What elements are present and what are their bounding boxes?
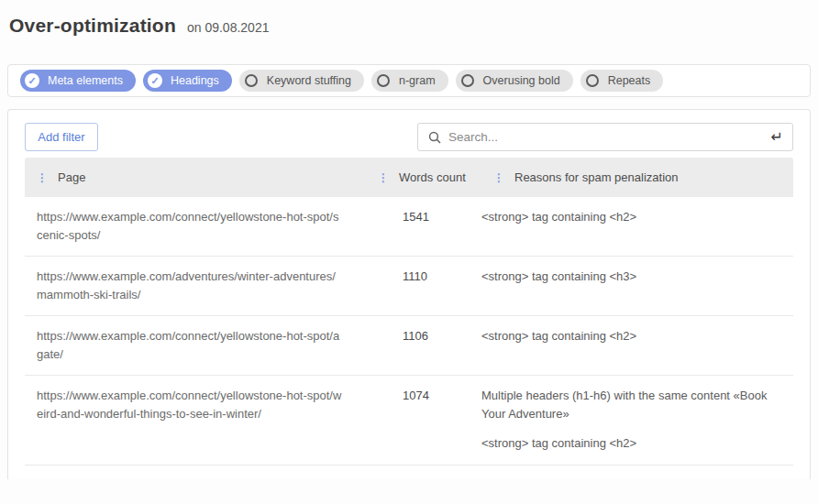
column-label: Reasons for spam penalization	[514, 170, 679, 184]
column-label: Page	[58, 170, 85, 184]
filter-chip-repeats[interactable]: Repeats	[580, 70, 664, 92]
filter-chip-label: Headings	[171, 74, 219, 87]
table-toolbar: Add filter ↵	[25, 123, 793, 151]
checked-circle-icon: ✓	[25, 73, 39, 88]
checked-circle-icon: ✓	[148, 73, 162, 88]
table-header: ⋮ Page ⋮ Words count ⋮ Reasons for spam …	[25, 158, 793, 197]
report-card: Add filter ↵ ⋮ Page ⋮ Words count ⋮ Reas…	[7, 109, 811, 479]
page-url-cell: https://www.example.com/connect/yellowst…	[25, 327, 366, 363]
table-row: https://www.example.com/connect/yellowst…	[25, 376, 793, 466]
column-header-reasons: ⋮ Reasons for spam penalization	[481, 170, 793, 184]
table-row: https://www.example.com/connect/yellowst…	[25, 197, 793, 257]
page-title: Over-optimization	[9, 15, 176, 37]
table-row: https://www.example.com/connect/yellowst…	[25, 316, 793, 376]
page-url-cell: https://www.example.com/connect/yellowst…	[25, 387, 366, 453]
column-header-page: ⋮ Page	[25, 170, 366, 184]
words-count-cell: 1110	[366, 268, 481, 303]
table-row: https://www.example.com/adventures/winte…	[25, 257, 793, 316]
reasons-cell: <strong> tag containing <h2>	[481, 327, 793, 363]
filter-chip-overusing-bold[interactable]: Overusing bold	[456, 70, 573, 92]
column-menu-icon[interactable]: ⋮	[493, 172, 504, 183]
reason-text: <strong> tag containing <h3>	[481, 268, 780, 286]
filter-chip-keyword-stuffing[interactable]: Keyword stuffing	[239, 70, 364, 92]
add-filter-button[interactable]: Add filter	[25, 123, 98, 151]
filter-chip-label: Overusing bold	[483, 74, 560, 87]
radio-circle-icon	[461, 74, 474, 87]
table-body: https://www.example.com/connect/yellowst…	[25, 197, 793, 479]
reason-text: <strong> tag containing <h2>	[481, 477, 780, 480]
table-row: https://www.example.com/connect/yellowst…	[25, 466, 793, 480]
reason-text: <strong> tag containing <h2>	[481, 434, 780, 453]
column-label: Words count	[399, 170, 466, 184]
radio-circle-icon	[586, 74, 599, 87]
reasons-cell: <strong> tag containing <h2>	[481, 208, 793, 244]
page-header: Over-optimization on 09.08.2021	[0, 0, 818, 37]
enter-key-icon[interactable]: ↵	[771, 130, 783, 145]
filter-chips: ✓Meta elements✓HeadingsKeyword stuffingn…	[7, 64, 811, 97]
reason-text: <strong> tag containing <h2>	[481, 208, 780, 226]
filter-chip-n-gram[interactable]: n-gram	[371, 70, 448, 92]
reason-text: Multiple headers (h1-h6) with the same c…	[481, 387, 780, 422]
report-date: on 09.08.2021	[187, 20, 270, 35]
reasons-cell: <strong> tag containing <h3>	[481, 268, 793, 303]
reason-text: <strong> tag containing <h2>	[481, 327, 780, 345]
filter-chip-label: Keyword stuffing	[267, 74, 351, 87]
filter-chip-label: n-gram	[399, 74, 436, 87]
reasons-cell: <strong> tag containing <h2>	[481, 477, 793, 480]
page-url-cell: https://www.example.com/connect/yellowst…	[25, 477, 366, 480]
column-menu-icon[interactable]: ⋮	[37, 172, 48, 183]
words-count-cell: 1306	[366, 477, 481, 480]
search-input[interactable]	[448, 130, 764, 144]
filter-chip-label: Repeats	[608, 74, 651, 87]
reasons-cell: Multiple headers (h1-h6) with the same c…	[481, 387, 793, 453]
radio-circle-icon	[377, 74, 390, 87]
filter-chip-label: Meta elements	[48, 74, 123, 87]
search-icon	[428, 131, 441, 144]
column-menu-icon[interactable]: ⋮	[378, 172, 389, 183]
column-header-words-count: ⋮ Words count	[366, 170, 481, 184]
filter-chip-headings[interactable]: ✓Headings	[143, 70, 232, 92]
radio-circle-icon	[245, 74, 258, 87]
page-url-cell: https://www.example.com/adventures/winte…	[25, 268, 366, 303]
page-url-cell: https://www.example.com/connect/yellowst…	[25, 208, 366, 244]
words-count-cell: 1074	[366, 387, 481, 453]
words-count-cell: 1106	[366, 327, 481, 363]
filter-chip-meta-elements[interactable]: ✓Meta elements	[20, 70, 136, 92]
words-count-cell: 1541	[366, 208, 481, 244]
search-box[interactable]: ↵	[417, 123, 793, 151]
